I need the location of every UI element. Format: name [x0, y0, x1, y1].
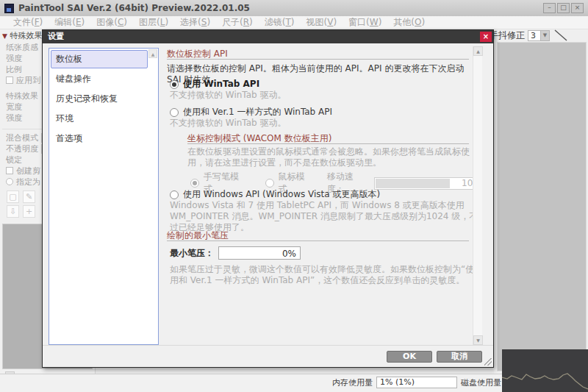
app-title: PaintTool SAI Ver.2 (64bit) Preview.2022… — [18, 3, 250, 13]
collapse-arrow-icon: ▼ — [2, 32, 7, 40]
menu-file[interactable]: 文件(F) — [7, 16, 49, 29]
disk-usage-label: 磁盘使用量 — [461, 377, 501, 388]
scroll-up-icon[interactable]: ▲ — [473, 46, 483, 56]
pen-mode-radio[interactable] — [190, 179, 199, 188]
windows-api-note: Windows Vista 和 7 使用 TabletPC API，而 Wind… — [170, 200, 478, 233]
pencil-icon[interactable]: ✎ — [23, 190, 35, 203]
apply-checkbox[interactable] — [6, 76, 13, 84]
chevron-down-icon[interactable]: ▼ — [540, 31, 549, 40]
coord-desc: 在数位板驱动里设置的鼠标模式通常会被忽略。如果你想将笔当成鼠标使用，请在这里进行… — [187, 146, 478, 168]
menu-layer[interactable]: 图层(L) — [133, 16, 174, 29]
stabilizer-select[interactable]: 3▼ — [528, 30, 550, 41]
menu-view[interactable]: 视图(V) — [301, 16, 343, 29]
dialog-titlebar[interactable]: 设置 — [43, 30, 493, 43]
scroll-down-icon[interactable]: ▼ — [473, 335, 483, 345]
wintab-note: 不支持微软的 WinTab 驱动。 — [170, 90, 286, 101]
min-pressure-input[interactable]: 0% — [218, 246, 301, 260]
line-tool-icon[interactable] — [553, 29, 569, 42]
app-icon — [4, 4, 14, 13]
mouse-mode-radio[interactable] — [265, 179, 274, 188]
window-controls: – □ × — [543, 3, 584, 13]
canvas-area[interactable] — [497, 42, 587, 371]
min-pressure-row: 最小笔压： 0% — [170, 246, 301, 260]
add-icon[interactable]: + — [23, 205, 35, 218]
wintab-v1-note: 不支持微软的 WinTab 驱动。 — [170, 118, 286, 129]
stabilizer-label: 手抖修正 — [490, 29, 525, 42]
menu-ruler[interactable]: 尺子(R) — [216, 16, 259, 29]
menu-others[interactable]: 其他(O) — [387, 16, 431, 29]
transfer-down-icon[interactable]: ⇩ — [7, 205, 19, 218]
close-button[interactable]: × — [571, 3, 584, 13]
app-window: PaintTool SAI Ver.2 (64bit) Preview.2022… — [0, 0, 588, 392]
memory-usage-field: 1% (1%) — [376, 377, 457, 388]
section-rule — [167, 240, 469, 241]
content-scrollbar[interactable]: ▲ ▼ — [473, 46, 482, 345]
settings-content: 数位板控制 API 请选择数位板的控制 API。粗体为当前使用的 API。API… — [164, 46, 482, 345]
right-workspace — [494, 29, 588, 374]
statusbar: 内存使用量 1% (1%) 磁盘使用量 — [0, 374, 588, 392]
wintab-v1-radio-row[interactable]: 使用和 Ver.1 一样方式的 WinTab API — [170, 106, 332, 118]
settings-category-list: 数位板 键盘操作 历史记录和恢复 环境 首选项 ▲ — [49, 48, 159, 345]
section-rule — [167, 59, 469, 60]
min-pressure-label: 最小笔压： — [170, 247, 214, 260]
radio-checked-icon[interactable] — [170, 80, 179, 89]
ok-button[interactable]: OK — [387, 351, 432, 363]
sidebar-item-preferences[interactable]: 首选项 — [51, 129, 148, 148]
cancel-button[interactable]: 取消 — [437, 351, 482, 363]
dialog-close-button[interactable]: × — [480, 32, 492, 42]
menu-edit[interactable]: 编辑(E) — [49, 16, 90, 29]
settings-dialog: 设置 × 数位板 键盘操作 历史记录和恢复 环境 首选项 ▲ 数位板控制 API… — [42, 29, 494, 368]
app-titlebar: PaintTool SAI Ver.2 (64bit) Preview.2022… — [0, 0, 588, 16]
maximize-button[interactable]: □ — [557, 3, 570, 13]
windows-api-radio-row[interactable]: 使用 Windows API (Windows Vista 或更高版本) — [170, 188, 380, 201]
sidebar-item-environment[interactable]: 环境 — [51, 110, 148, 128]
clipping-checkbox[interactable] — [6, 167, 13, 174]
resize-grip[interactable] — [484, 358, 492, 366]
memory-usage-label: 内存使用量 — [332, 377, 373, 388]
menu-canvas[interactable]: 图像(C) — [90, 16, 133, 29]
menu-filter[interactable]: 滤镜(T) — [259, 16, 301, 29]
overlay-graph — [502, 349, 588, 392]
slider-fill — [376, 179, 451, 188]
dialog-footer: OK 取消 — [43, 345, 493, 367]
move-speed-slider[interactable]: 100 — [374, 177, 482, 190]
coord-rule — [187, 143, 469, 144]
min-pressure-note: 如果笔压过于灵敏，微调这个数值可以有效降低灵敏度。如果数位板控制为“使用和 Ve… — [170, 264, 478, 286]
sidebar-item-tablet[interactable]: 数位板 — [51, 50, 148, 68]
dialog-title: 设置 — [48, 32, 64, 41]
new-layer-icon[interactable]: ▢ — [7, 190, 19, 203]
radio-icon[interactable] — [170, 190, 179, 199]
menu-select[interactable]: 选择(S) — [174, 16, 216, 29]
stabilizer-toolbar: 手抖修正 3▼ — [490, 28, 569, 43]
sidebar-item-keyboard[interactable]: 键盘操作 — [51, 70, 148, 88]
minimize-button[interactable]: – — [543, 3, 556, 13]
status-cluster: 内存使用量 1% (1%) 磁盘使用量 — [332, 377, 501, 388]
radio-icon[interactable] — [170, 108, 179, 117]
menu-window[interactable]: 窗口(W) — [343, 16, 387, 29]
scroll-up-icon[interactable]: ▲ — [148, 49, 157, 58]
assign-radio[interactable] — [6, 178, 13, 185]
sidebar-item-history[interactable]: 历史记录和恢复 — [51, 90, 148, 108]
wintab-api-radio-row[interactable]: 使用 WinTab API — [170, 78, 259, 90]
